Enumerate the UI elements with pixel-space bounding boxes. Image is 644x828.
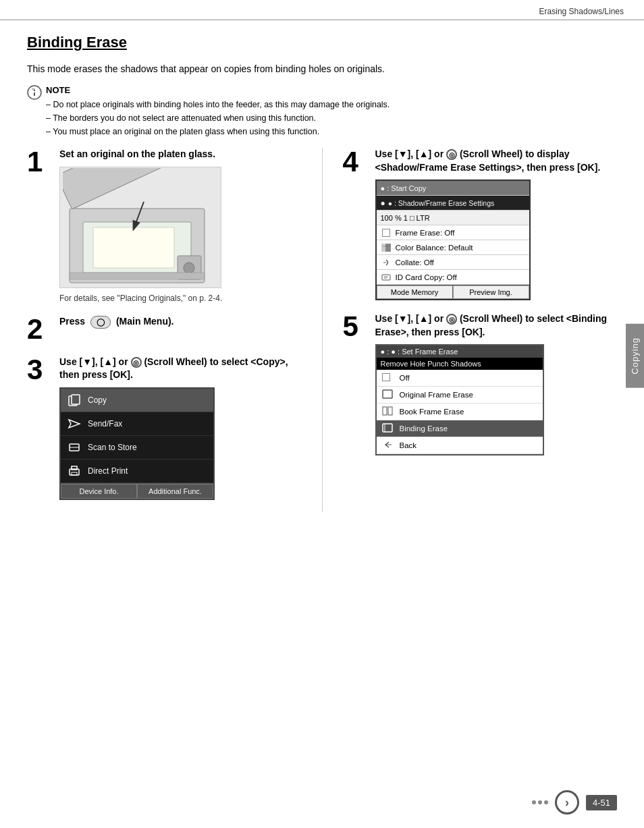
shadow-menu-btn-mode[interactable]: Mode Memory: [377, 285, 453, 299]
svg-rect-14: [72, 395, 80, 404]
copy-menu-bottom-bar: Device Info. Additional Func.: [61, 483, 213, 499]
color-balance-icon: [381, 243, 392, 252]
shadow-menu-row-color-text: Color Balance: Default: [396, 244, 525, 252]
scroll-wheel-icon-4: ◎: [446, 149, 457, 160]
svg-rect-22: [385, 244, 391, 252]
shadow-menu-row-frame: Frame Erase: Off: [377, 225, 529, 240]
shadow-menu-row-frame-text: Frame Erase: Off: [396, 229, 525, 237]
svg-rect-19: [72, 466, 77, 470]
shadow-menu-bottom-bar: Mode Memory Preview Img.: [377, 285, 529, 299]
shadow-menu-status-row: 100 % 1 □ LTR: [377, 211, 529, 225]
intro-text: This mode erases the shadows that appear…: [27, 63, 617, 74]
dot-1: [532, 800, 536, 804]
page-header: Erasing Shadows/Lines: [0, 0, 644, 20]
frame-menu-header-text: ● : Set Frame Erase: [391, 348, 458, 356]
printer-image: [59, 167, 221, 288]
note-box: ✏ NOTE Do not place originals with bindi…: [27, 85, 617, 138]
step-1-number: 1: [27, 148, 51, 176]
main-menu-button-icon: ◯: [90, 316, 111, 329]
step-4-number: 4: [343, 148, 367, 176]
off-icon: [382, 372, 394, 383]
id-card-icon: [381, 273, 392, 282]
copy-menu-item-scan: Scan to Store: [61, 436, 213, 460]
left-column: 1 Set an original on the platen glass.: [27, 148, 302, 512]
step-3-title-text: Use [▼], [▲] or: [59, 356, 128, 367]
svg-marker-15: [69, 420, 80, 428]
frame-erase-icon: [381, 228, 392, 238]
step-5-content: Use [▼], [▲] or ◎ (Scroll Wheel) to sele…: [375, 312, 618, 456]
step-4-content: Use [▼], [▲] or ◎ (Scroll Wheel) to disp…: [375, 148, 618, 300]
frame-menu-row-off-text: Off: [400, 374, 410, 382]
note-title: NOTE: [46, 85, 390, 95]
copy-menu-btn-device[interactable]: Device Info.: [61, 484, 137, 499]
binding-erase-icon: [382, 423, 394, 434]
dot-2: [538, 800, 542, 804]
shadow-menu-screen: ● : Start Copy ● ● : Shadow/Frame Erase …: [375, 180, 531, 300]
shadow-menu-row-id: ID Card Copy: Off: [377, 270, 529, 285]
frame-menu-subheader: Remove Hole Punch Shadows: [377, 358, 543, 370]
steps-container: 1 Set an original on the platen glass.: [27, 148, 617, 512]
step-3-title: Use [▼], [▲] or ◎ (Scroll Wheel) to sele…: [59, 356, 302, 382]
step-2: 2 Press ◯ (Main Menu).: [27, 315, 302, 343]
note-icon: ✏: [27, 85, 42, 100]
shadow-menu-row-collate: Collate: Off: [377, 255, 529, 270]
svg-point-11: [184, 263, 194, 273]
copy-menu-btn-additional[interactable]: Additional Func.: [137, 484, 213, 499]
shadow-menu-row-id-text: ID Card Copy: Off: [396, 273, 525, 281]
svg-rect-30: [388, 407, 392, 415]
shadow-menu-header-row: ● : Start Copy: [377, 181, 529, 196]
step-5-number: 5: [343, 312, 367, 341]
frame-menu-row-off: Off: [377, 370, 543, 387]
shadow-menu-row-color: Color Balance: Default: [377, 240, 529, 255]
send-icon: [68, 417, 81, 431]
frame-menu-header: ● : ● : Set Frame Erase: [377, 346, 543, 358]
page-footer: › 4-51: [532, 790, 617, 815]
collate-icon: [381, 258, 392, 267]
step-2-number: 2: [27, 315, 51, 343]
copy-menu-item-copy: Copy: [61, 389, 213, 412]
next-arrow[interactable]: ›: [555, 790, 579, 815]
step-5-title: Use [▼], [▲] or ◎ (Scroll Wheel) to sele…: [375, 312, 618, 339]
step-4: 4 Use [▼], [▲] or ◎ (Scroll Wheel) to di…: [343, 148, 618, 300]
shadow-menu-highlighted-row: ● ● : Shadow/Frame Erase Settings: [377, 196, 529, 211]
dots-nav: [532, 800, 548, 804]
header-title: Erasing Shadows/Lines: [539, 7, 624, 16]
sidebar-tab: Copying: [626, 324, 644, 388]
svg-rect-25: [382, 275, 390, 280]
step-3-number: 3: [27, 356, 51, 384]
svg-rect-12: [70, 273, 205, 279]
svg-rect-8: [93, 227, 174, 268]
print-icon: [68, 464, 81, 478]
scroll-wheel-icon-5: ◎: [446, 314, 457, 325]
step-3: 3 Use [▼], [▲] or ◎ (Scroll Wheel) to se…: [27, 356, 302, 500]
scroll-wheel-icon-3: ◎: [131, 357, 142, 368]
frame-menu-row-back-text: Back: [400, 441, 417, 449]
step-5-title-text: Use [▼], [▲] or: [375, 313, 444, 324]
step-2-content: Press ◯ (Main Menu).: [59, 315, 302, 334]
shadow-menu-btn-preview[interactable]: Preview Img.: [453, 285, 529, 299]
frame-erase-menu-screen: ● : ● : Set Frame Erase Remove Hole Punc…: [375, 344, 544, 456]
frame-menu-row-original-text: Original Frame Erase: [400, 391, 473, 399]
step-2-title-text: Press: [59, 316, 85, 327]
note-item-3: You must place an original on the platen…: [46, 125, 390, 138]
step-2-title-suffix: (Main Menu).: [116, 316, 174, 327]
scan-icon: [68, 441, 81, 454]
frame-menu-row-original: Original Frame Erase: [377, 387, 543, 404]
copy-icon: [68, 393, 81, 407]
copy-menu-label-scan: Scan to Store: [88, 443, 137, 452]
shadow-menu-header-text: ● : Start Copy: [381, 184, 427, 192]
step-3-content: Use [▼], [▲] or ◎ (Scroll Wheel) to sele…: [59, 356, 302, 500]
frame-menu-row-binding: Binding Erase: [377, 420, 543, 437]
column-separator: [322, 148, 323, 512]
page-number: 4-51: [586, 795, 617, 810]
frame-menu-row-binding-text: Binding Erase: [400, 424, 448, 433]
right-column: 4 Use [▼], [▲] or ◎ (Scroll Wheel) to di…: [343, 148, 618, 512]
dot-3: [544, 800, 548, 804]
bullet-icon: ●: [381, 198, 385, 208]
shadow-menu-row-collate-text: Collate: Off: [396, 258, 525, 267]
note-item-1: Do not place originals with binding hole…: [46, 98, 390, 111]
shadow-menu-status-text: 100 % 1 □ LTR: [381, 214, 430, 222]
frame-menu-header-bullet: ● :: [381, 348, 392, 356]
copy-menu-screen: Copy Send/Fax: [59, 387, 215, 500]
page-title: Binding Erase: [27, 34, 617, 51]
